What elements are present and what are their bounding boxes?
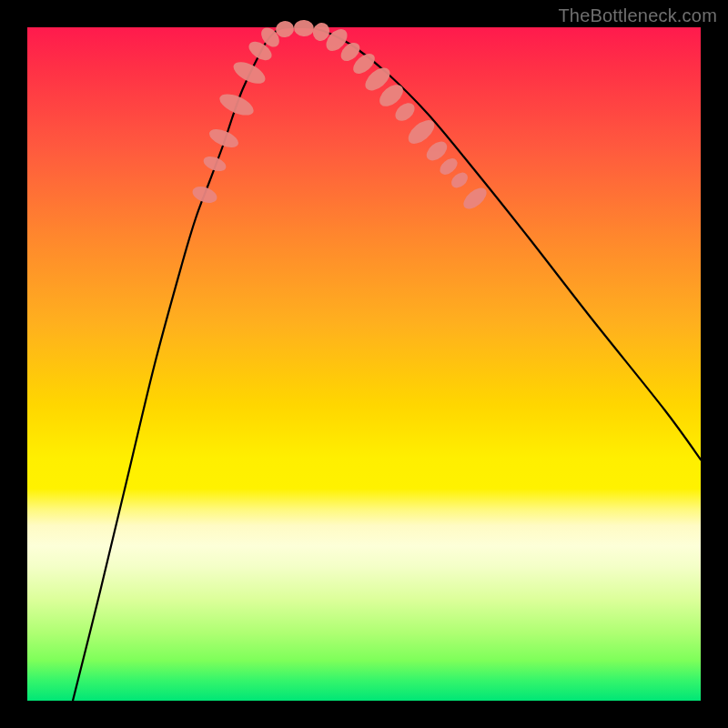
chart-svg bbox=[27, 27, 701, 701]
watermark-text: TheBottleneck.com bbox=[558, 5, 717, 26]
app-frame: TheBottleneck.com bbox=[0, 0, 728, 728]
confidence-markers-group bbox=[190, 19, 490, 213]
confidence-marker bbox=[201, 154, 228, 175]
confidence-marker bbox=[423, 138, 450, 165]
confidence-marker bbox=[449, 169, 470, 191]
bottleneck-curve bbox=[73, 27, 701, 701]
confidence-marker bbox=[460, 184, 490, 213]
confidence-marker bbox=[392, 99, 419, 125]
confidence-marker bbox=[293, 19, 314, 37]
confidence-marker bbox=[207, 126, 241, 151]
confidence-marker bbox=[230, 57, 268, 87]
confidence-marker bbox=[190, 184, 219, 207]
confidence-marker bbox=[217, 90, 257, 120]
